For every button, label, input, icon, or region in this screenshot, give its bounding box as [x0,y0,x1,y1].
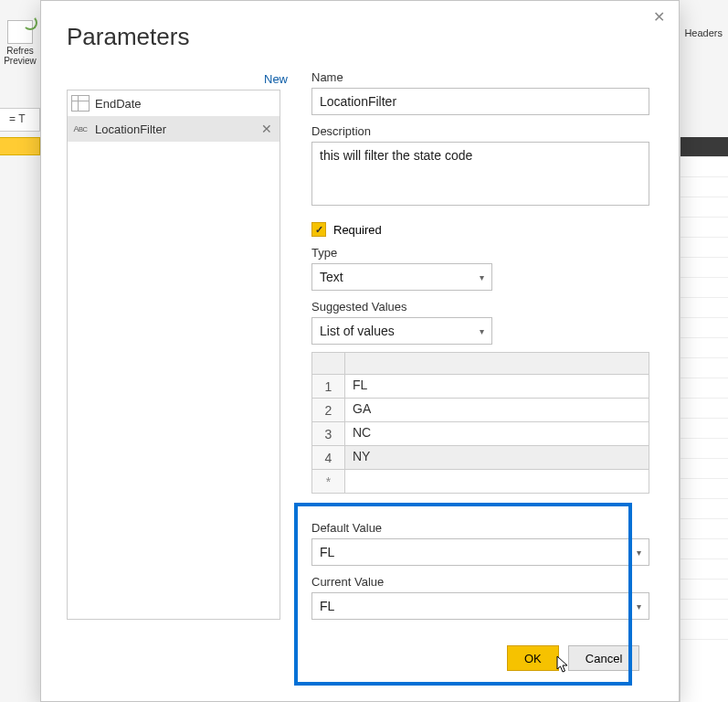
dialog-title: Parameters [67,23,189,51]
row-value[interactable]: FL [345,375,649,398]
parameter-item-label: LocationFilter [95,122,166,136]
parameter-item-locationfilter[interactable]: ABC LocationFilter ✕ [68,116,280,142]
chevron-down-icon: ▾ [637,548,641,558]
suggested-values-label: Suggested Values [311,300,649,314]
description-label: Description [311,124,649,138]
type-dropdown[interactable]: Text ▾ [311,263,492,291]
row-value[interactable]: GA [345,399,649,421]
close-icon[interactable]: ✕ [649,8,668,27]
row-value[interactable]: NC [345,422,649,445]
current-value-dropdown[interactable]: FL ▾ [311,592,649,620]
default-value-dropdown[interactable]: FL ▾ [311,538,649,566]
parameter-list: EndDate ABC LocationFilter ✕ [67,90,280,620]
remove-parameter-icon[interactable]: ✕ [259,122,274,136]
row-number: 1 [312,375,345,398]
new-parameter-link[interactable]: New [264,72,288,86]
cancel-button[interactable]: Cancel [568,645,639,671]
values-grid-new-row[interactable]: * [312,470,649,494]
selected-cell [0,137,40,155]
headers-label-fragment: Headers [684,27,728,38]
values-grid: 1 FL 2 GA 3 NC 4 NY * [311,352,649,494]
chevron-down-icon: ▾ [480,272,484,282]
description-input[interactable] [311,142,649,206]
row-number: 3 [312,422,345,445]
parameters-dialog: ✕ Parameters New EndDate ABC LocationFil… [40,0,680,702]
required-checkbox[interactable]: ✓ [311,222,326,237]
chevron-down-icon: ▾ [480,326,484,336]
type-label: Type [311,246,649,260]
row-number: * [312,470,345,493]
current-value-value: FL [320,599,334,613]
ok-button[interactable]: OK [507,645,559,671]
current-value-label: Current Value [311,575,649,589]
values-grid-row[interactable]: 3 NC [312,422,649,446]
refresh-icon [7,20,33,44]
required-label: Required [333,223,382,237]
values-grid-header [312,353,649,375]
refresh-preview-button[interactable]: Refres Preview [0,20,40,64]
formula-bar[interactable]: = T [0,108,40,132]
refresh-label: Refres Preview [4,46,37,66]
row-number: 2 [312,399,345,421]
values-grid-row[interactable]: 2 GA [312,399,649,422]
default-value-label: Default Value [311,521,649,535]
table-icon [71,95,90,112]
type-value: Text [320,270,343,284]
suggested-values-dropdown[interactable]: List of values ▾ [311,317,492,345]
name-input[interactable] [311,88,649,115]
default-value-value: FL [320,545,334,559]
parameter-item-label: EndDate [95,97,142,111]
suggested-values-value: List of values [320,324,395,338]
chevron-down-icon: ▾ [637,601,641,612]
row-value[interactable]: NY [345,446,649,469]
parameter-item-enddate[interactable]: EndDate [68,90,280,116]
row-value[interactable] [345,470,649,493]
values-grid-row[interactable]: 1 FL [312,375,649,399]
values-grid-row[interactable]: 4 NY [312,446,649,470]
name-label: Name [311,70,649,84]
right-grid-strip [680,137,728,702]
text-type-icon: ABC [71,121,90,137]
row-number: 4 [312,446,345,469]
